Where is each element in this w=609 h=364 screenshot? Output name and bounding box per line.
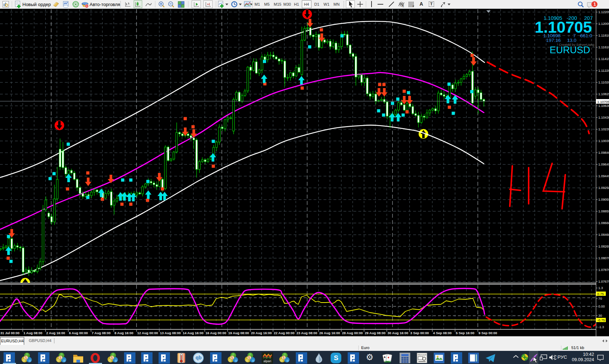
svg-text:1.12205: 1.12205 [598,10,609,14]
svg-text:-1.3: -1.3 [598,325,604,329]
svg-text:Microsoft: Microsoft [418,354,427,356]
svg-text:1.08070: 1.08070 [598,256,609,260]
svg-text:1.12005: 1.12005 [598,22,609,26]
svg-text:5: 5 [59,355,62,360]
svg-text:1.08460: 1.08460 [598,233,609,237]
svg-text:0.75: 0.75 [597,292,604,296]
svg-text:26 Aug 16:00: 26 Aug 16:00 [319,331,340,335]
svg-text:3 Sep 00:00: 3 Sep 00:00 [410,331,429,335]
svg-text:1.10235: 1.10235 [598,127,609,131]
svg-text:1.09840: 1.09840 [598,151,609,154]
svg-text:5: 5 [25,355,27,360]
svg-text:5: 5 [111,355,113,360]
svg-text:1.08265: 1.08265 [598,245,609,248]
svg-text:1.11610: 1.11610 [598,45,609,49]
svg-text:19 Aug 08:00: 19 Aug 08:00 [228,331,249,335]
svg-text:22 Aug 00:00: 22 Aug 00:00 [274,331,294,335]
svg-text:4 Sep 08:00: 4 Sep 08:00 [433,331,452,335]
svg-text:1.11020: 1.11020 [598,81,609,84]
svg-text:1 Aug 08:00: 1 Aug 08:00 [23,331,42,335]
svg-text:1000: 1000 [384,360,391,363]
svg-text:1.11810: 1.11810 [598,34,609,37]
svg-text:7 Aug 08:00: 7 Aug 08:00 [92,331,111,335]
svg-text:1.07870: 1.07870 [598,268,609,272]
svg-text:1.3: 1.3 [598,286,603,290]
svg-text:31 Jul 00:00: 31 Jul 00:00 [0,331,20,335]
svg-text:13 Aug 08:00: 13 Aug 08:00 [160,331,181,335]
svg-text:alpari: alpari [263,359,271,363]
svg-text:6 Aug 00:00: 6 Aug 00:00 [69,331,88,335]
svg-text:5: 5 [248,355,250,360]
svg-text:1.11220: 1.11220 [598,69,609,72]
svg-text:8 Aug 16:00: 8 Aug 16:00 [114,331,133,335]
svg-text:1.10825: 1.10825 [598,92,609,96]
svg-text:9 Sep 00:00: 9 Sep 00:00 [479,331,497,335]
svg-text:EURUSD: EURUSD [550,45,590,55]
svg-text:1.09250: 1.09250 [598,186,609,190]
svg-text:30: 30 [598,314,602,317]
svg-text:1.10630: 1.10630 [598,104,609,108]
svg-text:1.09645: 1.09645 [598,163,609,166]
svg-text:-0.75: -0.75 [597,318,605,322]
svg-text:14 Aug 16:00: 14 Aug 16:00 [183,331,203,335]
svg-text:1.09445: 1.09445 [598,174,609,178]
svg-text:30 Aug 16:00: 30 Aug 16:00 [388,331,408,335]
svg-text:0.00: 0.00 [598,305,605,308]
svg-text:1.07675: 1.07675 [598,280,609,283]
svg-text:2 Aug 16:00: 2 Aug 16:00 [46,331,65,335]
svg-text:1.08660: 1.08660 [598,221,609,225]
svg-text:661.0: 661.0 [580,33,592,38]
svg-text:1.08855: 1.08855 [598,210,609,213]
svg-text:23 Aug 08:00: 23 Aug 08:00 [297,331,317,335]
svg-text:12 Aug 00:00: 12 Aug 00:00 [137,331,158,335]
svg-text:1.10035: 1.10035 [598,139,609,143]
svg-text:F: F [413,5,414,7]
svg-text:13.0: 13.0 [567,38,576,43]
svg-text:28 Aug 00:00: 28 Aug 00:00 [342,331,363,335]
svg-text:1: 1 [594,2,596,7]
svg-text:16 Aug 00:00: 16 Aug 00:00 [205,331,226,335]
svg-text:70: 70 [598,297,602,300]
svg-text:20 Aug 16:00: 20 Aug 16:00 [251,331,272,335]
svg-text:5 Sep 16:00: 5 Sep 16:00 [456,331,474,335]
svg-text:1.10705: 1.10705 [597,100,609,104]
svg-text:E: E [402,5,404,7]
svg-text:29 Aug 08:00: 29 Aug 08:00 [365,331,385,335]
svg-text:1.09055: 1.09055 [598,198,609,201]
svg-text:5: 5 [231,355,233,360]
svg-text:197:16: 197:16 [546,38,561,43]
svg-text:5: 5 [283,355,285,360]
svg-text:1.10430: 1.10430 [598,116,609,119]
svg-text:1.11415: 1.11415 [598,57,609,61]
